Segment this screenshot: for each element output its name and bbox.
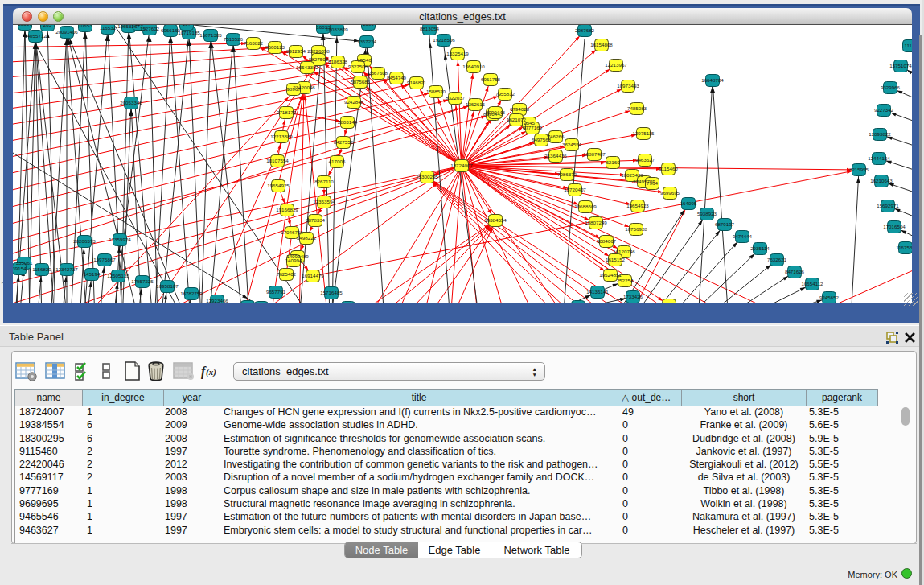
svg-text:17957225: 17957225 xyxy=(131,278,154,284)
svg-text:9146821: 9146821 xyxy=(407,80,427,85)
svg-text:17016504: 17016504 xyxy=(883,224,906,229)
svg-text:17046766: 17046766 xyxy=(281,229,303,235)
svg-text:9474444: 9474444 xyxy=(733,233,753,239)
svg-text:8990443: 8990443 xyxy=(486,109,506,115)
svg-text:116: 116 xyxy=(135,25,143,27)
svg-text:20206573: 20206573 xyxy=(73,238,96,244)
svg-text:10719185: 10719185 xyxy=(178,30,200,35)
svg-text:15716485: 15716485 xyxy=(320,290,343,295)
svg-text:6961758: 6961758 xyxy=(481,76,501,82)
svg-text:9329966: 9329966 xyxy=(881,84,901,90)
svg-text:16914479: 16914479 xyxy=(302,273,324,278)
svg-text:2803144: 2803144 xyxy=(338,119,358,125)
svg-text:16154808: 16154808 xyxy=(590,42,613,47)
svg-text:25300295: 25300295 xyxy=(416,174,438,179)
svg-text:12093822: 12093822 xyxy=(869,131,891,137)
svg-text:116532: 116532 xyxy=(100,25,117,31)
svg-text:(x): (x) xyxy=(206,367,216,377)
svg-text:9827503: 9827503 xyxy=(309,56,329,62)
svg-text:1362615: 1362615 xyxy=(466,101,486,107)
svg-text:7163822: 7163822 xyxy=(244,40,264,46)
svg-text:9463627: 9463627 xyxy=(635,157,655,163)
svg-text:19654923: 19654923 xyxy=(626,203,649,208)
svg-text:98967: 98967 xyxy=(286,86,301,92)
svg-text:7964: 7964 xyxy=(647,180,658,186)
svg-text:16671385: 16671385 xyxy=(199,32,222,38)
svg-text:20091406: 20091406 xyxy=(55,29,78,35)
svg-text:8186328: 8186328 xyxy=(328,59,348,64)
svg-text:12213967: 12213967 xyxy=(605,62,627,68)
svg-text:8454749: 8454749 xyxy=(387,75,407,80)
svg-text:8215955: 8215955 xyxy=(849,167,869,172)
svg-text:10025433: 10025433 xyxy=(621,172,643,178)
svg-text:9699695: 9699695 xyxy=(660,190,680,196)
svg-text:12505135: 12505135 xyxy=(107,273,129,278)
svg-text:1167533: 1167533 xyxy=(896,245,912,250)
svg-text:16648784: 16648784 xyxy=(701,77,724,83)
svg-text:7986372: 7986372 xyxy=(557,171,577,177)
svg-text:9327508: 9327508 xyxy=(348,64,368,69)
svg-text:746266: 746266 xyxy=(548,134,565,139)
svg-text:5938923: 5938923 xyxy=(697,211,717,216)
svg-text:252254: 252254 xyxy=(617,278,634,283)
svg-text:20557: 20557 xyxy=(18,25,32,27)
svg-text:14136141: 14136141 xyxy=(586,289,609,295)
svg-text:8471626: 8471626 xyxy=(785,269,805,274)
svg-text:7955812: 7955812 xyxy=(495,91,515,97)
svg-text:19166829: 19166829 xyxy=(276,207,298,212)
svg-text:9245652: 9245652 xyxy=(819,295,840,300)
svg-text:20053346: 20053346 xyxy=(120,100,142,105)
svg-text:19654925: 19654925 xyxy=(267,183,290,188)
svg-text:8267110: 8267110 xyxy=(314,179,334,184)
svg-text:6794028: 6794028 xyxy=(510,106,530,112)
svg-text:18807249: 18807249 xyxy=(585,220,607,225)
svg-text:12213389: 12213389 xyxy=(270,134,293,139)
svg-text:10958107: 10958107 xyxy=(156,283,179,289)
svg-text:62160: 62160 xyxy=(606,159,620,165)
svg-text:10107554: 10107554 xyxy=(266,158,289,163)
svg-text:9115460: 9115460 xyxy=(659,166,678,171)
svg-text:19524851: 19524851 xyxy=(599,272,622,278)
svg-text:15720407: 15720407 xyxy=(564,187,586,192)
svg-text:10654112: 10654112 xyxy=(801,281,823,286)
svg-text:12353594: 12353594 xyxy=(313,199,335,204)
svg-text:15640910: 15640910 xyxy=(462,64,485,69)
svg-text:18724007: 18724007 xyxy=(450,163,473,168)
svg-text:8660123: 8660123 xyxy=(265,44,285,50)
svg-text:14055712: 14055712 xyxy=(24,33,47,39)
svg-text:23226058: 23226058 xyxy=(307,48,330,54)
svg-text:2935114: 2935114 xyxy=(750,245,770,251)
svg-text:16033809: 16033809 xyxy=(326,27,348,32)
svg-text:5875685: 5875685 xyxy=(351,79,371,84)
svg-text:7515526: 7515526 xyxy=(224,36,244,42)
svg-text:10653: 10653 xyxy=(78,25,92,28)
svg-text:16210643: 16210643 xyxy=(870,178,893,183)
svg-text:19975867: 19975867 xyxy=(93,257,116,262)
svg-text:16120746: 16120746 xyxy=(613,249,635,254)
svg-text:140994: 140994 xyxy=(285,257,302,263)
svg-text:10756928: 10756928 xyxy=(625,226,647,232)
svg-text:3624554: 3624554 xyxy=(562,142,582,147)
svg-text:1112: 1112 xyxy=(905,43,912,48)
svg-text:417006: 417006 xyxy=(329,159,346,164)
svg-text:1733426: 1733426 xyxy=(623,294,643,299)
svg-text:19218506: 19218506 xyxy=(433,37,455,43)
svg-text:10807487: 10807487 xyxy=(583,151,606,157)
svg-text:39154: 39154 xyxy=(13,266,27,271)
svg-text:1156829: 1156829 xyxy=(32,266,51,272)
svg-text:6879197: 6879197 xyxy=(715,221,735,227)
svg-text:1527602: 1527602 xyxy=(140,26,160,31)
svg-text:9242848: 9242848 xyxy=(344,99,364,105)
svg-text:5498222: 5498222 xyxy=(297,235,317,241)
svg-text:2718170: 2718170 xyxy=(277,109,297,115)
svg-text:8322037: 8322037 xyxy=(446,95,466,101)
svg-text:1588520: 1588520 xyxy=(426,89,446,94)
svg-text:12975115: 12975115 xyxy=(632,130,655,136)
svg-text:335061: 335061 xyxy=(16,260,33,266)
svg-text:7632621: 7632621 xyxy=(767,257,787,262)
svg-text:17359924: 17359924 xyxy=(109,237,131,242)
svg-text:10543382: 10543382 xyxy=(296,64,318,70)
svg-text:12342737: 12342737 xyxy=(55,266,78,272)
svg-text:9084067: 9084067 xyxy=(597,238,617,244)
svg-text:7485083: 7485083 xyxy=(627,105,647,111)
